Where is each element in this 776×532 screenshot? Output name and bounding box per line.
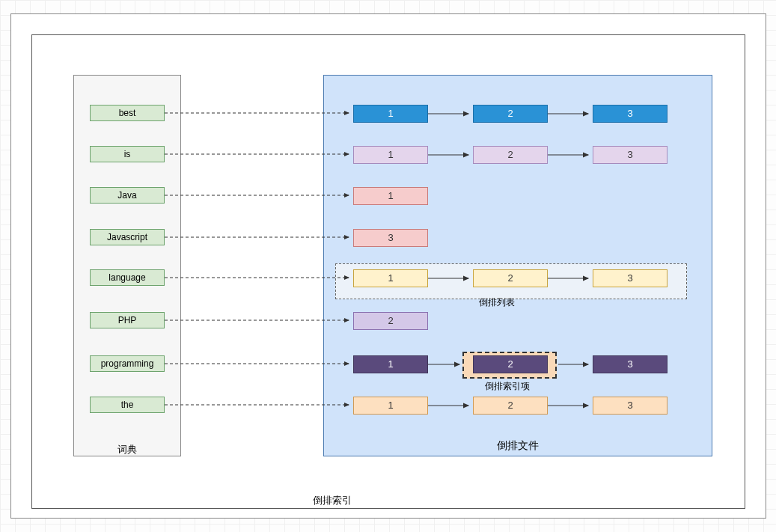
term-is: is xyxy=(90,146,165,162)
posting-the-1: 1 xyxy=(353,397,428,415)
posting-best-1: 1 xyxy=(353,105,428,123)
postings-list-label: 倒排列表 xyxy=(479,296,515,309)
posting-programming-3: 3 xyxy=(593,355,667,373)
posting-php-1: 2 xyxy=(353,312,428,330)
posting-item-label: 倒排索引项 xyxy=(485,380,530,393)
term-programming: programming xyxy=(90,355,165,372)
posting-language-2: 2 xyxy=(473,269,548,287)
posting-is-2: 2 xyxy=(473,146,548,164)
posting-is-1: 1 xyxy=(353,146,428,164)
dictionary-label: 词典 xyxy=(73,443,181,456)
posting-programming-1: 1 xyxy=(353,355,428,373)
posting-programming-2: 2 xyxy=(473,355,548,373)
term-php: PHP xyxy=(90,312,165,328)
posting-javascript-1: 3 xyxy=(353,229,428,247)
posting-is-3: 3 xyxy=(593,146,667,164)
posting-the-2: 2 xyxy=(473,397,548,415)
term-java: Java xyxy=(90,187,165,204)
posting-best-3: 3 xyxy=(593,105,667,123)
postings-file-label: 倒排文件 xyxy=(323,439,712,453)
posting-java-1: 1 xyxy=(353,187,428,205)
term-javascript: Javascript xyxy=(90,229,165,245)
term-best: best xyxy=(90,105,165,121)
diagram-title: 倒排索引 xyxy=(313,494,352,507)
posting-language-3: 3 xyxy=(593,269,667,287)
term-the: the xyxy=(90,397,165,413)
term-language: language xyxy=(90,269,165,286)
diagram-canvas: 词典 倒排文件 倒排列表 倒排索引项 best is Java Javascri… xyxy=(0,0,776,532)
posting-best-2: 2 xyxy=(473,105,548,123)
posting-language-1: 1 xyxy=(353,269,428,287)
posting-the-3: 3 xyxy=(593,397,667,415)
